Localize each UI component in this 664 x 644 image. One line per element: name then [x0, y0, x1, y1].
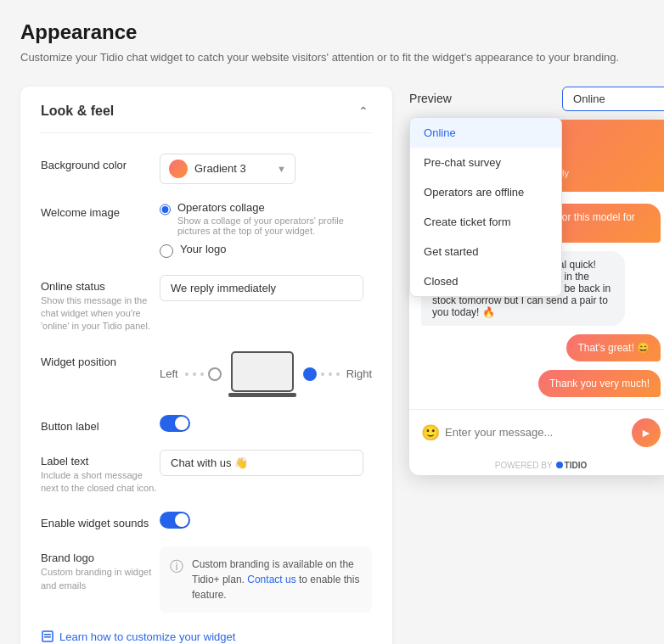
emoji-button[interactable]: 🙂 — [421, 423, 440, 442]
position-left-label: Left — [160, 367, 178, 380]
color-dropdown-arrow: ▼ — [277, 164, 286, 174]
powered-by: POWERED BY TIDIO — [409, 456, 664, 475]
preview-panel: Preview Online Pre-chat survey Operators… — [409, 87, 664, 645]
welcome-image-options: Operators collage Show a collage of your… — [160, 201, 372, 258]
msg-4: Thank you very much! — [538, 370, 661, 397]
laptop-icon — [228, 350, 296, 398]
learn-link[interactable]: Learn how to customize your widget — [41, 630, 372, 643]
position-left-dot[interactable] — [208, 367, 222, 381]
collapse-icon[interactable]: ⌃ — [358, 104, 372, 118]
tidio-logo: TIDIO — [556, 461, 588, 470]
learn-link-text: Learn how to customize your widget — [59, 630, 235, 643]
preview-label: Preview — [409, 92, 452, 105]
color-value: Gradient 3 — [194, 162, 270, 175]
brand-logo-row: Brand logo Custom branding in widget and… — [41, 546, 372, 613]
chat-message-input[interactable] — [445, 426, 627, 439]
position-dots-right — [303, 367, 340, 381]
look-feel-panel: Look & feel ⌃ Background color Gradient … — [20, 87, 392, 645]
contact-us-link[interactable]: Contact us — [247, 574, 295, 585]
msg-3: That's great! 😄 — [566, 334, 661, 361]
label-text-label: Label text — [41, 455, 160, 468]
main-content: Look & feel ⌃ Background color Gradient … — [20, 87, 644, 645]
tidio-dot — [556, 462, 563, 468]
operators-collage-radio[interactable] — [160, 203, 171, 216]
online-status-input[interactable] — [160, 275, 363, 301]
status-option-closed[interactable]: Closed — [410, 266, 561, 296]
svg-rect-1 — [228, 393, 296, 397]
position-right-label: Right — [346, 367, 372, 380]
label-text-row: Label text Include a short message next … — [41, 450, 372, 496]
position-control: Left — [160, 350, 372, 398]
widget-sounds-label: Enable widget sounds — [41, 517, 160, 529]
bg-color-label: Background color — [41, 159, 160, 171]
status-select[interactable]: Online Pre-chat survey Operators are off… — [562, 87, 664, 111]
status-option-ticket[interactable]: Create ticket form — [410, 207, 561, 237]
panel-header: Look & feel ⌃ — [41, 104, 372, 133]
panel-title: Look & feel — [41, 104, 114, 119]
brand-logo-label: Brand logo — [41, 552, 160, 564]
your-logo-option: Your logo — [160, 243, 372, 258]
widget-position-label: Widget position — [41, 356, 160, 368]
sounds-toggle-knob — [175, 513, 189, 527]
bg-color-dropdown[interactable]: Gradient 3 ▼ — [160, 154, 295, 184]
online-status-sublabel: Show this message in the chat widget whe… — [41, 294, 160, 333]
status-option-online[interactable]: Online — [410, 118, 561, 148]
status-dropdown-menu: Online Pre-chat survey Operators are off… — [409, 117, 562, 297]
online-status-label: Online status — [41, 280, 160, 293]
svg-rect-0 — [232, 352, 293, 391]
brand-logo-sublabel: Custom branding in widget and emails — [41, 566, 160, 592]
preview-header: Preview Online Pre-chat survey Operators… — [409, 87, 664, 111]
color-circle — [169, 160, 188, 178]
label-text-input[interactable] — [160, 450, 363, 476]
chat-footer: 🙂 ► — [409, 409, 664, 456]
operators-collage-label: Operators collage — [177, 201, 372, 214]
button-label-label: Button label — [41, 420, 160, 433]
svg-rect-4 — [44, 636, 51, 638]
label-text-sublabel: Include a short message next to the clos… — [41, 469, 160, 496]
welcome-image-label: Welcome image — [41, 206, 160, 219]
send-icon: ► — [640, 426, 652, 440]
powered-by-text: POWERED BY — [495, 461, 553, 470]
toggle-knob — [175, 417, 189, 430]
status-dropdown-wrapper: Online Pre-chat survey Operators are off… — [562, 87, 664, 111]
info-icon: ⓘ — [170, 558, 183, 576]
your-logo-radio[interactable] — [160, 244, 173, 258]
widget-sounds-toggle[interactable] — [160, 512, 190, 529]
your-logo-label: Your logo — [180, 243, 226, 255]
position-dots-left — [185, 367, 222, 381]
svg-rect-3 — [44, 634, 51, 636]
send-button[interactable]: ► — [632, 418, 661, 447]
page-title: Appearance — [20, 20, 644, 44]
status-option-pre-chat[interactable]: Pre-chat survey — [410, 148, 561, 177]
chat-input-row: 🙂 ► — [421, 418, 661, 447]
operators-collage-option: Operators collage Show a collage of your… — [160, 201, 372, 236]
page-subtitle: Customize your Tidio chat widget to catc… — [20, 49, 644, 66]
online-status-row: Online status Show this message in the c… — [41, 275, 372, 333]
bg-color-row: Background color Gradient 3 ▼ — [41, 154, 372, 184]
welcome-image-row: Welcome image Operators collage Show a c… — [41, 201, 372, 258]
tidio-label: TIDIO — [565, 461, 588, 470]
status-option-offline[interactable]: Operators are offline — [410, 177, 561, 207]
widget-sounds-row: Enable widget sounds — [41, 512, 372, 529]
button-label-row: Button label — [41, 415, 372, 433]
book-icon — [41, 630, 54, 643]
status-option-started[interactable]: Get started — [410, 237, 561, 266]
position-right-dot[interactable] — [303, 367, 317, 381]
button-label-toggle[interactable] — [160, 415, 190, 432]
page-container: Appearance Customize your Tidio chat wid… — [0, 0, 664, 644]
widget-position-row: Widget position Left — [41, 350, 372, 398]
brand-logo-text: Custom branding is available on the Tidi… — [192, 557, 362, 602]
operators-collage-sublabel: Show a collage of your operators' profil… — [177, 216, 372, 236]
brand-logo-info: ⓘ Custom branding is available on the Ti… — [160, 546, 372, 613]
